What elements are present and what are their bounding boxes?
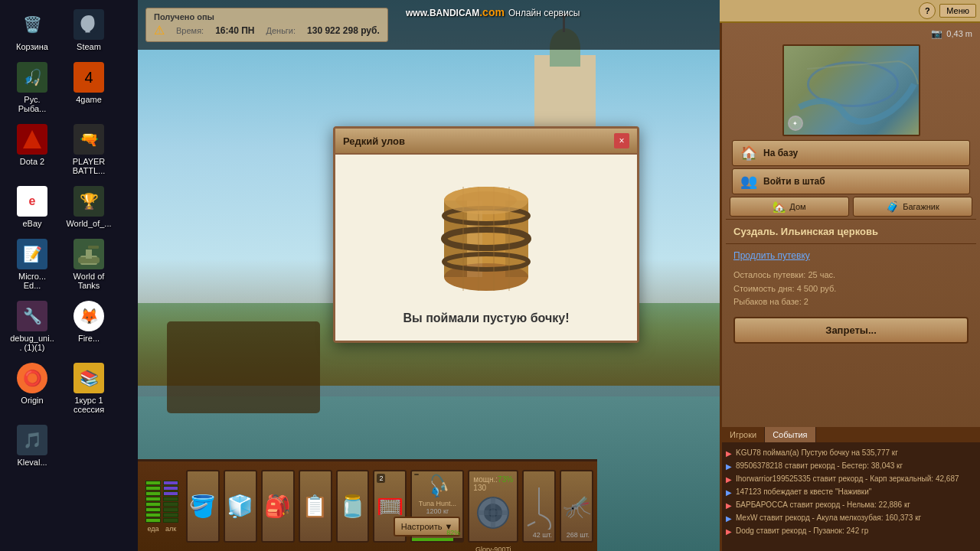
- money-label: Деньги:: [266, 26, 296, 35]
- time-value: 16:40 ПН: [215, 25, 254, 36]
- rare-catch-dialog: Редкий улов ×: [333, 126, 639, 343]
- desktop-icon-steam[interactable]: Steam: [62, 5, 116, 55]
- tab-players[interactable]: Игроки: [722, 427, 765, 442]
- setup-label: Настроить: [401, 522, 443, 531]
- rod-number-2: 2: [377, 474, 385, 483]
- lure-slot-1[interactable]: 42 шт.: [522, 470, 556, 543]
- reel-name: Glory-900Ti: [473, 546, 513, 551]
- extend-permit-link[interactable]: Продлить путевку: [733, 250, 810, 261]
- base-button[interactable]: 🏠 На базу: [732, 140, 970, 166]
- bucket-slot[interactable]: 🪣: [186, 470, 220, 543]
- map-compass: ✦: [788, 116, 803, 131]
- mini-map-area: 📷 0,43 m ✦ 🏠 На базу 👥 Войти в штаб 🏡 До…: [722, 0, 980, 351]
- chat-area: Игроки События ▶ KGU78 поймал(а) Пустую …: [722, 427, 980, 551]
- chat-message-3: ▶ Ihorwarrior199525335 ставит рекорд - К…: [726, 474, 976, 484]
- drink-bar-container: алк: [163, 481, 178, 533]
- desktop-icon-pubg[interactable]: 🔫 PLAYER BATTL...: [62, 120, 116, 179]
- desktop-icon-firefox[interactable]: 🦊 Fire...: [62, 297, 116, 356]
- chat-text-3: Ihorwarrior199525335 ставит рекорд - Кар…: [736, 474, 959, 484]
- barrel-svg: [429, 178, 544, 300]
- rod-slot-1[interactable]: 🎣 Tuna Hunt... 1200 кг 82% Настроить ▼: [410, 470, 464, 543]
- lure-count-2: 268 шт.: [567, 531, 590, 539]
- reel-slot[interactable]: мощн.: 130 73% Glory-900Ti: [468, 470, 518, 543]
- desktop-icon-dota2[interactable]: Dota 2: [5, 120, 59, 179]
- action-buttons-row: 🏡 Дом 🧳 Багажник: [730, 197, 972, 217]
- energy-columns: еда алк: [145, 481, 178, 533]
- dialog-body: Вы поймали пустую бочку!: [335, 155, 637, 341]
- base-button-label: На базу: [763, 148, 798, 158]
- location-detail-1: Осталось путевки: 25 час.: [733, 269, 969, 282]
- money-value: 130 922 298 руб.: [307, 25, 380, 36]
- trunk-button[interactable]: 🧳 Багажник: [853, 197, 972, 217]
- notebook-slot[interactable]: 📋: [299, 470, 332, 543]
- menu-button[interactable]: Меню: [939, 4, 976, 18]
- desktop-icon-study[interactable]: 📚 1курс 1 ссессия: [62, 359, 116, 418]
- reel-power: мощн.: 130: [473, 475, 498, 492]
- desktop-icon-origin[interactable]: ⭕ Origin: [5, 359, 59, 418]
- pot-slot[interactable]: 🫙: [336, 470, 370, 543]
- chat-text-7: Dodg ставит рекорд - Пузанок: 242 гр: [736, 526, 868, 536]
- chat-arrow-4: ▶: [726, 488, 732, 497]
- chat-tabs: Игроки События: [722, 427, 980, 444]
- bag-slot[interactable]: 🎒: [261, 470, 295, 543]
- desktop-icon-ebay[interactable]: e eBay: [5, 182, 59, 232]
- location-name: Суздаль. Ильинская церковь: [726, 219, 976, 244]
- warning-icon: ⚠: [154, 23, 165, 37]
- desktop-icon-kleval[interactable]: 🎵 Kleval...: [5, 421, 59, 471]
- trunk-button-label: Багажник: [903, 202, 939, 211]
- tuna-weight: 1200 кг: [426, 507, 449, 515]
- bandicam-watermark: www.BANDICAM.com Онлайн сервисы: [406, 4, 580, 20]
- dialog-title: Редкий улов: [343, 135, 405, 147]
- home-button-label: Дом: [789, 202, 805, 211]
- svg-rect-4: [86, 249, 92, 259]
- right-panel: ? Меню 📷 0,43 m ✦ 🏠 На базу 👥 Войти в шт…: [720, 0, 980, 551]
- svg-point-20: [456, 191, 517, 210]
- home-button[interactable]: 🏡 Дом: [730, 197, 849, 217]
- food-bar-container: еда: [145, 481, 161, 533]
- menu-bar: ? Меню: [720, 0, 980, 23]
- chat-arrow-7: ▶: [726, 527, 732, 536]
- cooler-slot[interactable]: 🧊: [224, 470, 257, 543]
- chat-text-2: 89506378218 ставит рекорд - Бестер: 38,0…: [736, 461, 903, 471]
- desktop-icon-korzina[interactable]: 🗑️ Корзина: [5, 5, 59, 55]
- time-label: Время:: [176, 26, 204, 35]
- rod-progress-bar: [412, 538, 462, 541]
- desktop-icon-world-of-tanks[interactable]: World of Tanks: [62, 235, 116, 294]
- chat-text-4: 147123 побеждает в квесте "Наживки": [736, 487, 871, 497]
- mini-map[interactable]: ✦: [782, 44, 920, 136]
- chat-message-6: ▶ MexW ставит рекорд - Акула мелкозубая:…: [726, 513, 976, 523]
- rod-progress-label: 82%: [446, 529, 460, 536]
- hq-button[interactable]: 👥 Войти в штаб: [732, 168, 970, 194]
- chat-message-1: ▶ KGU78 поймал(а) Пустую бочку на 535,77…: [726, 448, 976, 458]
- help-button[interactable]: ?: [919, 2, 936, 19]
- reel-durability: 73%: [498, 475, 513, 492]
- status-bars: еда алк: [142, 477, 182, 536]
- location-detail-3: Рыбаков на базе: 2: [733, 295, 969, 309]
- status-box: Получено опы ⚠ Время: 16:40 ПН Деньги: 1…: [145, 8, 388, 42]
- desktop-icon-4game[interactable]: 4 4game: [62, 58, 116, 117]
- chat-message-7: ▶ Dodg ставит рекорд - Пузанок: 242 гр: [726, 526, 976, 536]
- chat-message-5: ▶ БАРБАРОССА ставит рекорд - Нельма: 22,…: [726, 500, 976, 510]
- bottom-toolbar: еда алк 🪣 🧊 🎒 📋 🫙: [138, 459, 597, 551]
- chat-arrow-6: ▶: [726, 514, 732, 523]
- lure-slot-2[interactable]: 🦟 268 шт.: [560, 470, 593, 543]
- drink-label: алк: [163, 525, 178, 533]
- desktop-icon-wot[interactable]: 🏆 World_of_...: [62, 182, 116, 232]
- rod-number-1: [414, 474, 419, 475]
- tab-events[interactable]: События: [765, 427, 815, 442]
- desktop-sidebar: 🗑️ Корзина Steam 🎣 Рус. Рыба... 4 4game …: [0, 0, 138, 551]
- desktop-icon-editor[interactable]: 📝 Micro... Ed...: [5, 235, 59, 294]
- chat-text-6: MexW ставит рекорд - Акула мелкозубая: 1…: [736, 513, 921, 523]
- svg-rect-25: [478, 510, 508, 515]
- chat-arrow-2: ▶: [726, 462, 732, 471]
- distance-line: 📷 0,43 m: [726, 27, 976, 41]
- map-svg: [784, 46, 919, 135]
- hq-button-label: Войти в штаб: [763, 176, 825, 187]
- barrel-image: [429, 178, 544, 300]
- dialog-close-button[interactable]: ×: [614, 133, 629, 148]
- bandicam-text: www.BANDICAM: [406, 8, 479, 18]
- location-details: Осталось путевки: 25 час. Стоимость дня:…: [726, 265, 976, 313]
- zapret-button[interactable]: Запреты...: [733, 317, 969, 344]
- desktop-icon-fishing[interactable]: 🎣 Рус. Рыба...: [5, 58, 59, 117]
- desktop-icon-debug[interactable]: 🔧 debug_uni... (1)(1): [5, 297, 59, 356]
